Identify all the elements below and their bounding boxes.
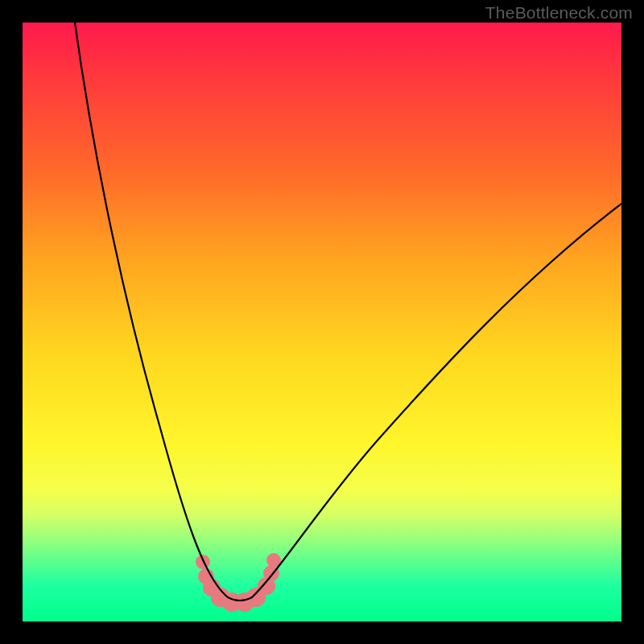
chart-frame: TheBottleneck.com [0,0,644,644]
bottleneck-curve [23,23,621,621]
plot-area [23,23,621,621]
trough-markers-group [196,553,281,612]
curve-path [75,23,621,601]
watermark-text: TheBottleneck.com [485,3,633,23]
marker-dot [196,555,210,569]
